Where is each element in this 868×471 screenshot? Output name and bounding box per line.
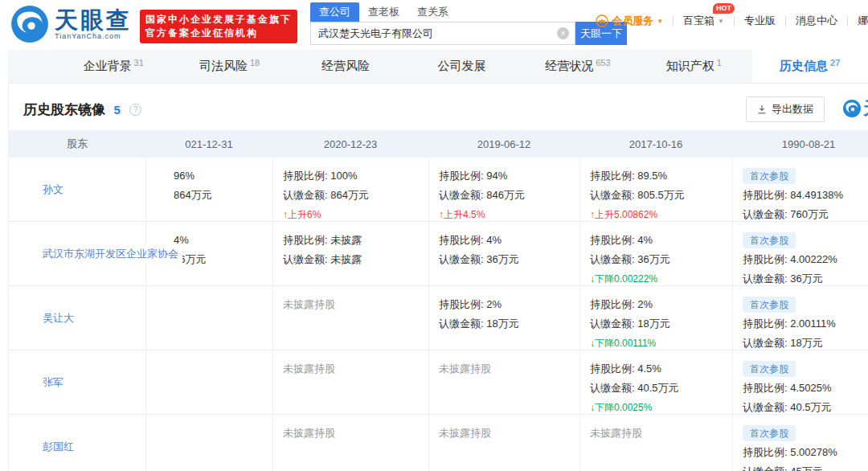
cell-line: 持股比例: 4% (590, 231, 726, 250)
tab-企业背景[interactable]: 企业背景31 (55, 50, 171, 83)
column-header: 021-12-31 (145, 138, 272, 150)
snapshot-cell: 未披露持股 (579, 415, 732, 471)
cell-line: ↓下降0.00222% (590, 269, 726, 286)
snapshot-cell: 首次参股持股比例: 5.00278%认缴金额: 45万元 (732, 415, 868, 471)
tab-知识产权[interactable]: 知识产权1 (636, 50, 751, 83)
snapshot-cell: 持股比例: 4.5%认缴金额: 40.5万元↓下降0.0025% (579, 350, 732, 414)
certification-line2: 官方备案企业征信机构 (145, 27, 292, 40)
header-menu-label: 娜 (858, 14, 868, 28)
tab-count: 31 (134, 58, 144, 68)
header-menu-item-2[interactable]: 专业版 (744, 14, 776, 28)
cell-line: ↑上升4.5% (439, 205, 573, 222)
cell-line: 持股比例: 4.00222% (743, 250, 868, 269)
column-header: 1990-08-21 (732, 138, 868, 150)
tab-label: 历史信息 (780, 59, 828, 74)
certification-line1: 国家中小企业发展子基金旗下 (145, 13, 292, 27)
logo-title: 天眼查 (55, 8, 132, 32)
cell-line: ↑上升6% (283, 205, 422, 222)
page: 天眼查 TianYanCha.com 国家中小企业发展子基金旗下 官方备案企业征… (0, 0, 868, 471)
clear-icon[interactable]: × (557, 27, 569, 39)
snapshot-cell: 未披露持股 (272, 286, 428, 350)
shareholder-link[interactable]: 孙文 (43, 180, 68, 199)
company-tab-bar: 企业背景31司法风险18经营风险公司发展经营状况653知识产权1历史信息27 (9, 50, 868, 84)
header-menu-item-0[interactable]: 会员服务▼ (596, 14, 663, 28)
shareholder-link[interactable]: 吴让大 (43, 309, 78, 328)
snapshot-cell: 持股比例: 100%认缴金额: 864万元↑上升6% (272, 158, 428, 221)
shareholder-link[interactable]: 武汉市东湖开发区企业家协会 (43, 244, 182, 264)
export-data-button[interactable]: 导出数据 (746, 96, 825, 122)
tab-经营风险[interactable]: 经营风险 (288, 50, 403, 83)
cell-line: ↑上升5.00862% (590, 205, 726, 222)
snapshot-cell (145, 415, 272, 471)
badge-line: 首次参股 (743, 359, 868, 379)
shareholder-link[interactable]: 张军 (43, 373, 68, 392)
section-count: 5 (113, 103, 120, 117)
header-menu-item-4[interactable]: 娜 (858, 14, 868, 28)
cell-line: 未披露持股 (283, 424, 422, 443)
shareholder-table-clip: 股东021-12-312020-12-232019-06-122017-10-1… (9, 130, 868, 471)
cell-line: 持股比例: 4% (439, 231, 573, 250)
cell-line: 持股比例: 84.49138% (743, 186, 868, 205)
snapshot-cell (145, 286, 272, 350)
tab-count: 1 (717, 58, 722, 68)
snapshot-cell: 持股比例: 4%认缴金额: 36万元↓下降0.00222% (579, 222, 732, 285)
tab-label: 企业背景 (84, 59, 132, 74)
snapshot-cell: 持股比例: 2%认缴金额: 18万元 (428, 286, 579, 350)
tianyancha-logo-icon (10, 4, 50, 44)
cell-line: 持股比例: 2.00111% (743, 314, 868, 334)
header-menu-item-3[interactable]: 消息中心 (796, 14, 837, 28)
tab-历史信息[interactable]: 历史信息27 (752, 50, 868, 83)
table-row: 吴让大未披露持股持股比例: 2%认缴金额: 18万元持股比例: 2%认缴金额: … (9, 286, 868, 350)
snapshot-cell: 持股比例: 4%认缴金额: 36万元 (428, 222, 579, 285)
header-menu-label: 百宝箱 (683, 14, 714, 28)
tianyancha-watermark: 天 (842, 96, 868, 121)
header-menu-item-1[interactable]: 百宝箱HOT▼ (683, 14, 724, 28)
cell-line: 864万元 (174, 186, 266, 205)
search-tab-查关系[interactable]: 查关系 (408, 2, 457, 22)
cell-line: 4% (174, 231, 266, 250)
section-actions: 导出数据 天 (746, 96, 868, 122)
badge-line: 首次参股 (743, 166, 868, 186)
tab-司法风险[interactable]: 司法风险18 (171, 50, 287, 83)
cell-line: 持股比例: 5.00278% (743, 443, 868, 462)
first-participation-badge: 首次参股 (743, 168, 796, 184)
shareholder-link[interactable]: 彭国红 (43, 437, 78, 457)
search-tab-查老板[interactable]: 查老板 (359, 2, 408, 22)
tab-label: 经营状况 (545, 59, 593, 74)
search-tabs: 查公司查老板查关系 (310, 4, 627, 22)
company-search-input[interactable] (311, 27, 575, 39)
cell-line: 认缴金额: 45万元 (743, 462, 868, 471)
header-menu-label: 专业版 (744, 14, 776, 28)
section-bar: 历史股东镜像 5 ? 导出数据 (9, 84, 868, 130)
tianyancha-logo[interactable]: 天眼查 TianYanCha.com (10, 4, 132, 44)
export-data-label: 导出数据 (772, 102, 813, 117)
cell-line: 持股比例: 94% (439, 166, 573, 186)
cell-line: 未披露持股 (439, 359, 573, 379)
snapshot-cell: 未披露持股 (272, 415, 428, 471)
snapshot-cell: 持股比例: 2%认缴金额: 18万元↓下降0.00111% (579, 286, 732, 350)
tab-公司发展[interactable]: 公司发展 (403, 50, 519, 83)
column-header: 2019-06-12 (428, 138, 579, 150)
search-tab-查公司[interactable]: 查公司 (310, 2, 359, 22)
logo-subtitle: TianYanCha.com (55, 32, 132, 40)
cell-line: 认缴金额: 864万元 (283, 186, 422, 205)
cell-line: 认缴金额: 36万元 (743, 269, 868, 286)
snapshot-cell: 持股比例: 未披露认缴金额: 未披露 (272, 222, 428, 285)
cell-line: 认缴金额: 未披露 (283, 250, 422, 269)
crown-icon (596, 14, 608, 27)
download-icon (757, 104, 767, 114)
cell-line: 96% (174, 166, 266, 186)
cell-line: 未披露持股 (590, 424, 726, 443)
header-menu-label: 会员服务 (612, 14, 653, 28)
menu-divider (785, 16, 786, 27)
tab-label: 司法风险 (199, 59, 248, 74)
help-icon[interactable]: ? (129, 104, 141, 116)
hot-badge: HOT (713, 3, 735, 14)
tab-count: 653 (596, 58, 610, 68)
shareholder-cell: 孙文 (9, 158, 145, 221)
snapshot-cell: 首次参股持股比例: 4.00222%认缴金额: 36万元 (732, 222, 868, 285)
tab-经营状况[interactable]: 经营状况653 (520, 50, 636, 83)
tab-label: 公司发展 (437, 59, 485, 74)
menu-divider (847, 16, 848, 27)
cell-line: 认缴金额: 18万元 (743, 334, 868, 350)
